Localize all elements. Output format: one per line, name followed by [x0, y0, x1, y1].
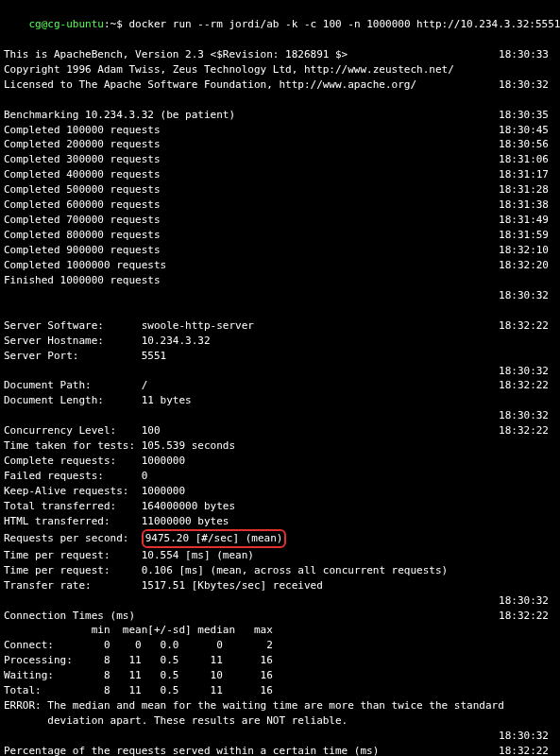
html-transferred: HTML transferred: 11000000 bytes [4, 514, 556, 529]
timestamp: 18:30:32 [499, 593, 556, 609]
time-per-request-2: Time per request: 0.106 [ms] (mean, acro… [4, 563, 556, 578]
server-hostname: Server Hostname: 10.234.3.32 [4, 334, 556, 349]
header-line-3: Licensed to The Apache Software Foundati… [4, 77, 556, 93]
pct-title: Percentage of the requests served within… [4, 744, 556, 756]
server-software: Server Software: swoole-http-server18:32… [4, 318, 556, 334]
timestamp: 18:31:28 [499, 182, 556, 198]
error-line-1: ERROR: The median and mean for the waiti… [4, 698, 556, 713]
prompt-line: cg@cg-ubuntu:~$ docker run --rm jordi/ab… [4, 2, 556, 47]
timestamp: 18:31:06 [499, 152, 556, 167]
rps-highlight: 9475.20 [#/sec] (mean) [142, 529, 287, 548]
total-transferred: Total transferred: 164000000 bytes [4, 499, 556, 514]
timestamp: 18:30:32 [499, 408, 556, 423]
failed-requests: Failed requests: 0 [4, 469, 556, 484]
timestamp: 18:31:38 [499, 198, 556, 213]
concurrency-level: Concurrency Level: 10018:32:22 [4, 423, 556, 438]
keepalive-requests: Keep-Alive requests: 1000000 [4, 484, 556, 499]
prompt-user: cg@cg-ubuntu [29, 18, 104, 30]
prompt-command: docker run --rm jordi/ab -k -c 100 -n 10… [128, 18, 560, 30]
completed-line: Completed 1000000 requests18:32:20 [4, 258, 556, 273]
conn-processing: Processing: 8 11 0.5 11 16 [4, 653, 556, 668]
document-path: Document Path: /18:32:22 [4, 378, 556, 393]
requests-per-second: Requests per second: 9475.20 [#/sec] (me… [4, 529, 556, 548]
timestamp: 18:30:32 [499, 288, 556, 303]
timestamp: 18:32:22 [499, 378, 556, 393]
completed-line: Completed 400000 requests18:31:17 [4, 167, 556, 182]
completed-line: Completed 300000 requests18:31:06 [4, 152, 556, 167]
document-length: Document Length: 11 bytes [4, 393, 556, 408]
timestamp: 18:31:49 [499, 213, 556, 228]
timestamp: 18:32:22 [499, 318, 556, 334]
conn-total: Total: 8 11 0.5 11 16 [4, 683, 556, 698]
completed-line: Completed 800000 requests18:31:59 [4, 228, 556, 243]
timestamp: 18:32:20 [499, 258, 556, 273]
timestamp: 18:30:35 [499, 108, 556, 123]
completed-line: Completed 900000 requests18:32:10 [4, 243, 556, 258]
transfer-rate: Transfer rate: 1517.51 [Kbytes/sec] rece… [4, 578, 556, 593]
completed-line: Completed 600000 requests18:31:38 [4, 198, 556, 213]
completed-line: Completed 100000 requests18:30:45 [4, 123, 556, 138]
timestamp: 18:30:32 [499, 77, 556, 93]
benchmarking-line: Benchmarking 10.234.3.32 (be patient) 18… [4, 108, 556, 123]
timestamp: 18:30:45 [499, 123, 556, 138]
complete-requests: Complete requests: 1000000 [4, 454, 556, 469]
timestamp: 18:30:32 [499, 729, 556, 744]
timestamp: 18:32:10 [499, 243, 556, 258]
time-per-request-1: Time per request: 10.554 [ms] (mean) [4, 548, 556, 563]
header-line-1: This is ApacheBench, Version 2.3 <$Revis… [4, 47, 556, 62]
prompt-sep: :~$ [104, 18, 129, 30]
conn-waiting: Waiting: 8 11 0.5 10 16 [4, 668, 556, 683]
time-taken: Time taken for tests: 105.539 seconds [4, 438, 556, 454]
timestamp: 18:31:17 [499, 167, 556, 182]
timestamp: 18:30:32 [499, 364, 556, 379]
conn-times-title: Connection Times (ms)18:32:22 [4, 609, 556, 624]
conn-times-header: min mean[+/-sd] median max [4, 623, 556, 638]
finished-line: Finished 1000000 requests [4, 273, 556, 288]
timestamp: 18:32:22 [499, 744, 556, 756]
header-line-2: Copyright 1996 Adam Twiss, Zeus Technolo… [4, 62, 556, 77]
terminal[interactable]: cg@cg-ubuntu:~$ docker run --rm jordi/ab… [0, 0, 560, 756]
completed-line: Completed 700000 requests18:31:49 [4, 213, 556, 228]
timestamp: 18:31:59 [499, 228, 556, 243]
completed-line: Completed 500000 requests18:31:28 [4, 182, 556, 198]
server-port: Server Port: 5551 [4, 349, 556, 364]
timestamp: 18:32:22 [499, 423, 556, 438]
conn-connect: Connect: 0 0 0.0 0 2 [4, 638, 556, 653]
timestamp: 18:30:56 [499, 137, 556, 152]
timestamp: 18:30:33 [499, 47, 556, 62]
error-line-2: deviation apart. These results are NOT r… [4, 713, 556, 729]
timestamp: 18:32:22 [499, 609, 556, 624]
completed-line: Completed 200000 requests18:30:56 [4, 137, 556, 152]
